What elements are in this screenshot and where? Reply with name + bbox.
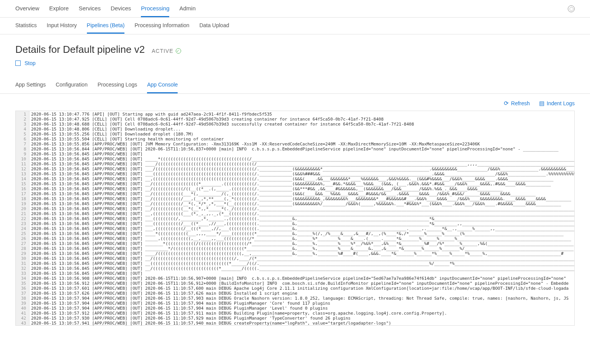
log-line: 2020-06-15 13:10:56.845 [APP/PROC/WEB] [… [31,271,574,276]
detail-tab-app-settings[interactable]: App Settings [15,82,46,93]
log-line: 2020-06-15 13:10:56.845 [APP/PROC/WEB] [… [31,226,574,231]
topnav-tab-processing[interactable]: Processing [141,0,169,17]
detail-tab-configuration[interactable]: Configuration [56,82,87,93]
subnav-tab-pipelines-beta-[interactable]: Pipelines (Beta) [87,18,125,34]
topnav-tab-overview[interactable]: Overview [15,0,39,17]
log-line: 2020-06-15 13:10:56.845 [APP/PROC/WEB] [… [31,152,574,157]
stop-checkbox[interactable] [15,60,21,66]
check-circle-icon: ✓ [176,48,181,54]
subnav-tab-input-history[interactable]: Input History [47,18,77,34]
line-gutter: 1234567891011121314151617181920212223242… [16,111,29,325]
log-line: 2020-06-15 13:10:56.845 [APP/PROC/WEB] [… [31,191,574,196]
log-line: 2020-06-15 13:10:55.256 [CELL] [OUT] Dow… [31,132,574,137]
user-icon[interactable]: ◯ [568,5,575,12]
log-line: 2020-06-15 13:10:56.845 [APP/PROC/WEB] [… [31,236,574,241]
indent-logs-button[interactable]: ▤ Indent Logs [539,100,575,107]
log-line: 2020-06-15 13:10:56.845 [APP/PROC/WEB] [… [31,266,574,271]
log-line: 2020-06-15 13:10:56.845 [APP/PROC/WEB] [… [31,162,574,166]
log-line: 2020-06-15 13:10:56.845 [APP/PROC/WEB] [… [31,221,574,226]
log-line: 2020-06-15 13:10:56.845 [APP/PROC/WEB] [… [31,176,574,181]
log-line: 2020-06-15 13:10:57.904 [APP/PROC/WEB] [… [31,306,574,311]
subnav-tab-processing-information[interactable]: Processing Information [134,18,189,34]
subnav-tab-data-upload[interactable]: Data Upload [199,18,229,34]
log-line: 2020-06-15 13:10:57.904 [APP/PROC/WEB] [… [31,301,574,306]
stop-button[interactable]: Stop [25,60,36,66]
topnav-tab-admin[interactable]: Admin [179,0,196,17]
log-line: 2020-06-15 13:10:56.845 [APP/PROC/WEB] [… [31,181,574,186]
log-console[interactable]: 1234567891011121314151617181920212223242… [16,111,574,325]
log-line: 2020-06-15 13:10:56.845 [APP/PROC/WEB] [… [31,171,574,176]
page-title: Details for Default pipeline v2 [15,44,145,55]
subnav-tab-statistics[interactable]: Statistics [15,18,37,34]
status-badge: ACTIVE ✓ [152,48,181,54]
log-line: 2020-06-15 13:10:56.845 [APP/PROC/WEB] [… [31,166,574,171]
log-line: 2020-06-15 13:10:56.912 [APP/PROC/WEB] [… [31,281,574,286]
topnav-tab-explore[interactable]: Explore [49,0,69,17]
log-line: 2020-06-15 13:10:47.925 [CELL] [OUT] Cel… [31,117,574,122]
indent-label: Indent Logs [547,100,575,106]
detail-tab-processing-logs[interactable]: Processing Logs [98,82,137,93]
log-line: 2020-06-15 13:10:56.844 [APP/PROC/WEB] [… [31,147,574,152]
log-line: 2020-06-15 13:10:56.845 [APP/PROC/WEB] [… [31,211,574,216]
log-line: 2020-06-15 13:10:56.845 [APP/PROC/WEB] [… [31,216,574,221]
refresh-button[interactable]: ⟳ Refresh [504,100,530,107]
log-line: 2020-06-15 13:10:57.601 [APP/PROC/WEB] [… [31,286,574,291]
log-line: 2020-06-15 13:10:57.930 [APP/PROC/WEB] [… [31,316,574,321]
status-text: ACTIVE [152,48,173,54]
log-line: 2020-06-15 13:10:57.912 [APP/PROC/WEB] [… [31,311,574,316]
log-line: 2020-06-15 13:10:56.845 [APP/PROC/WEB] [… [31,256,574,261]
detail-tab-app-console[interactable]: App Console [147,82,178,93]
log-line: 2020-06-15 13:10:57.904 [APP/PROC/WEB] [… [31,296,574,301]
indent-icon: ▤ [539,100,544,107]
log-line: 2020-06-15 13:10:56.845 [APP/PROC/WEB] [… [31,231,574,236]
log-line: 2020-06-15 13:10:56.845 [APP/PROC/WEB] [… [31,196,574,201]
topnav-tab-services[interactable]: Services [78,0,101,17]
log-line: 2020-06-15 13:10:48.688 [CELL] [OUT] Cel… [31,122,574,127]
refresh-icon: ⟳ [504,100,509,107]
log-line: 2020-06-15 13:10:55.504 [CELL] [OUT] Sta… [31,137,574,142]
topnav-tab-devices[interactable]: Devices [111,0,131,17]
log-line: 2020-06-15 13:10:56.845 [APP/PROC/WEB] [… [31,261,574,266]
log-line: 2020-06-15 13:10:56.845 [APP/PROC/WEB] [… [31,186,574,191]
log-line: 2020-06-15 13:10:48.806 [CELL] [OUT] Dow… [31,127,574,132]
log-line: 2020-06-15 13:10:47.776 [API] [OUT] Star… [31,112,574,117]
log-line: 2020-06-15 13:10:56.845 [APP/PROC/WEB] [… [31,246,574,251]
log-line: 2020-06-15 13:10:56.845 [APP/PROC/WEB] [… [31,251,574,256]
log-line: 2020-06-15 13:10:57.626 [APP/PROC/WEB] [… [31,291,574,296]
log-line: 2020-06-15 13:10:56.845 [APP/PROC/WEB] [… [31,201,574,206]
log-lines: 2020-06-15 13:10:47.776 [API] [OUT] Star… [29,111,574,325]
refresh-label: Refresh [511,100,530,106]
log-line: 2020-06-15 13:10:55.856 [APP/PROC/WEB] [… [31,142,574,147]
log-line: 2020-06-15 13:10:56.845 [APP/PROC/WEB] [… [31,157,574,162]
log-line: 2020-06-15 13:10:56.908 [APP/PROC/WEB] [… [31,276,574,281]
log-line: 2020-06-15 13:10:56.845 [APP/PROC/WEB] [… [31,206,574,211]
log-line: 2020-06-15 13:10:57.941 [APP/PROC/WEB] [… [31,321,574,325]
log-line: 2020-06-15 13:10:56.845 [APP/PROC/WEB] [… [31,241,574,246]
